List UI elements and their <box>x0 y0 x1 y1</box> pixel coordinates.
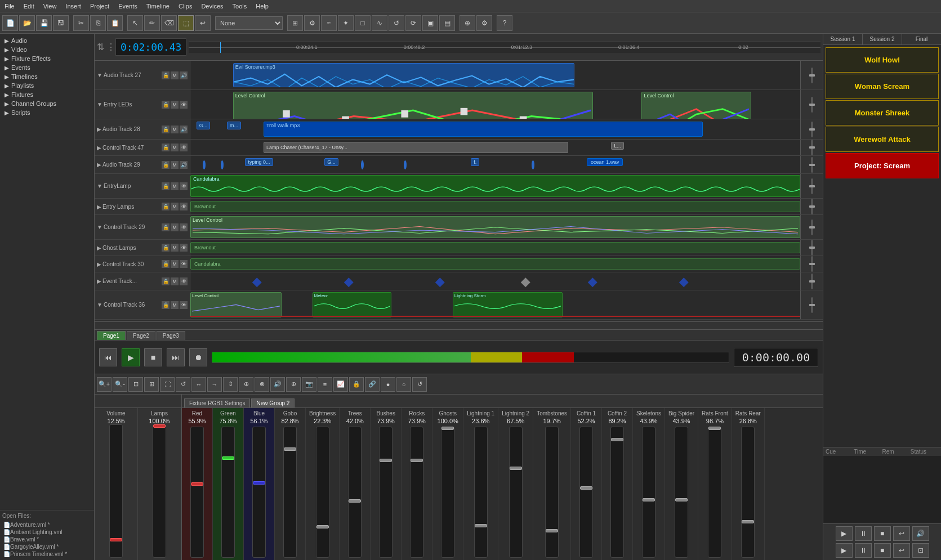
sync-button[interactable]: ⟳ <box>405 15 421 31</box>
track-lock-btn[interactable]: 🔒 <box>162 203 170 210</box>
track-lock-btn[interactable]: 🔒 <box>162 101 170 109</box>
track-content-control36[interactable]: Level Control Meteor Lightni <box>190 290 800 319</box>
clip-f[interactable]: f. <box>471 158 479 166</box>
volume-slider-entrylamps[interactable] <box>811 199 813 214</box>
mix-button[interactable]: ⚙ <box>304 15 320 31</box>
track-mute-btn[interactable]: M <box>171 260 179 268</box>
volume-slider-control29[interactable] <box>811 219 813 235</box>
menu-edit[interactable]: Edit <box>19 2 39 11</box>
open-button[interactable]: 📂 <box>19 15 35 31</box>
fader-slider-brightness[interactable] <box>316 427 329 558</box>
stop-button[interactable]: ■ <box>144 348 162 366</box>
track-mute-btn[interactable]: M <box>171 101 179 109</box>
rt-play-btn[interactable]: ▶ <box>836 526 853 541</box>
track-more-btn[interactable]: ⊕ <box>239 377 253 392</box>
track-mute-btn[interactable]: M <box>171 182 179 190</box>
box-button[interactable]: □ <box>355 15 371 31</box>
tree-item-timelines[interactable]: ▶ Timelines <box>2 72 92 81</box>
track-mute-btn[interactable]: M <box>171 244 179 252</box>
rt-play2-btn[interactable]: ▶ <box>836 543 853 558</box>
track-content-entrylamp[interactable]: Candelabra <box>190 174 800 198</box>
clip-troll-walk[interactable]: Troll Walk.mp3 <box>264 122 703 137</box>
page-tab-3[interactable]: Page3 <box>157 331 185 340</box>
cue-woman-scream[interactable]: Woman Scream <box>826 74 939 99</box>
select-button[interactable]: ↖ <box>127 15 143 31</box>
track-eye-btn[interactable]: 👁 <box>180 277 188 285</box>
pencil-button[interactable]: ✏ <box>144 15 160 31</box>
fader-slider-trees[interactable] <box>348 427 362 558</box>
track-vol-btn[interactable]: 🔊 <box>180 71 188 79</box>
volume-slider-event[interactable] <box>811 274 813 289</box>
lock-btn[interactable]: 🔒 <box>349 377 364 392</box>
track-expand-event[interactable]: ▶ <box>97 278 101 284</box>
event-diamond-4[interactable] <box>521 277 530 287</box>
track-content-ghostlamps[interactable]: Brownout <box>190 240 800 256</box>
menu-timeline[interactable]: Timeline <box>142 2 174 11</box>
track-eye-btn[interactable]: 👁 <box>180 182 188 190</box>
rt-next-btn[interactable]: ↩ <box>893 526 910 541</box>
dot-btn[interactable]: ● <box>381 377 395 392</box>
settings-button[interactable]: ⚙ <box>476 15 492 31</box>
clip-typing[interactable]: typing 0... <box>245 158 273 166</box>
fader-slider-skeletons[interactable] <box>642 427 655 558</box>
clip-candelabra-2[interactable]: Candelabra <box>190 258 800 270</box>
rt-side-btn[interactable]: ⊡ <box>912 543 929 558</box>
page-tab-2[interactable]: Page2 <box>127 331 155 340</box>
fader-slider-gobo[interactable] <box>283 427 297 558</box>
track-content-event[interactable] <box>190 272 800 290</box>
rt-vol-btn[interactable]: 🔊 <box>912 526 929 541</box>
playhead[interactable] <box>220 42 221 53</box>
menu-events[interactable]: Events <box>114 2 142 11</box>
wave-button[interactable]: ≈ <box>321 15 337 31</box>
clip-candelabra[interactable]: Candelabra <box>190 175 800 197</box>
track-content-audio28[interactable]: G... m... Troll Walk.mp3 <box>190 119 800 139</box>
clip-brownout-2[interactable]: Brownout <box>190 242 800 253</box>
tree-item-fixtures[interactable]: ▶ Fixtures <box>2 90 92 99</box>
volume-slider-audio29[interactable] <box>811 157 813 173</box>
track-lock-btn[interactable]: 🔒 <box>162 71 170 79</box>
track-content-entry-leds[interactable]: Level Control <box>190 90 800 119</box>
help-button[interactable]: ? <box>497 15 512 31</box>
mix-btn[interactable]: ⊗ <box>255 377 269 392</box>
track-lock-btn[interactable]: 🔒 <box>162 277 170 285</box>
clip-ocean[interactable]: ocean 1.wav <box>587 158 623 166</box>
tree-item-events[interactable]: ▶ Events <box>2 63 92 72</box>
track-expand-entrylamp[interactable]: ▼ <box>97 183 102 189</box>
rt-stop-btn[interactable]: ■ <box>874 526 891 541</box>
curve-button[interactable]: ∿ <box>372 15 387 31</box>
graph-btn[interactable]: 📈 <box>333 377 348 392</box>
fader-slider-ratsfront[interactable] <box>708 427 721 558</box>
clip-l-btn[interactable]: L... <box>611 142 624 150</box>
paste-button[interactable]: 📋 <box>107 15 123 31</box>
volume-slider-entry-leds[interactable] <box>811 97 813 113</box>
camera-btn[interactable]: 📷 <box>302 377 316 392</box>
menu-clips[interactable]: Clips <box>174 2 197 11</box>
track-expand-control29[interactable]: ▼ <box>97 224 102 230</box>
none-dropdown[interactable]: None <box>215 16 283 30</box>
open-file-adventure[interactable]: 📄 Adventure.vml * <box>2 521 92 528</box>
fader-slider-bigspider[interactable] <box>675 427 688 558</box>
track-mute-btn[interactable]: M <box>171 223 179 231</box>
save-all-button[interactable]: 🖫 <box>53 15 69 31</box>
clip-meteor[interactable]: Meteor <box>313 292 392 317</box>
fader-slider-lightning1[interactable] <box>474 427 488 558</box>
fader-slider-ghosts[interactable] <box>441 427 454 558</box>
track-eye-btn[interactable]: 👁 <box>180 260 188 268</box>
track-content-audio29[interactable]: typing 0... G... f. ocean 1.wav <box>190 156 800 173</box>
tree-item-scripts[interactable]: ▶ Scripts <box>2 108 92 117</box>
track-lock-btn[interactable]: 🔒 <box>162 301 170 309</box>
menu-help[interactable]: Help <box>251 2 273 11</box>
track-expand-audio29[interactable]: ▶ <box>97 162 101 168</box>
clip-evil-sorcerer[interactable]: Evil Sorcerer.mp3 <box>233 63 574 87</box>
record-button[interactable]: ⏺ <box>189 348 207 366</box>
refresh-btn[interactable]: ↺ <box>412 377 427 392</box>
open-file-gargoyle[interactable]: 📄 GargoyleAlley.vml * <box>2 543 92 550</box>
menu-view[interactable]: View <box>39 2 61 11</box>
fader-slider-red[interactable] <box>190 427 204 558</box>
forward-button[interactable]: ⏭ <box>167 348 185 366</box>
tree-item-fixture-effects[interactable]: ▶ Fixture Effects <box>2 54 92 63</box>
page-tab-1[interactable]: Page1 <box>97 331 126 340</box>
copy-button[interactable]: ⎘ <box>90 15 106 31</box>
rt-pause-btn[interactable]: ⏸ <box>855 526 872 541</box>
menu-file[interactable]: File <box>0 2 19 11</box>
